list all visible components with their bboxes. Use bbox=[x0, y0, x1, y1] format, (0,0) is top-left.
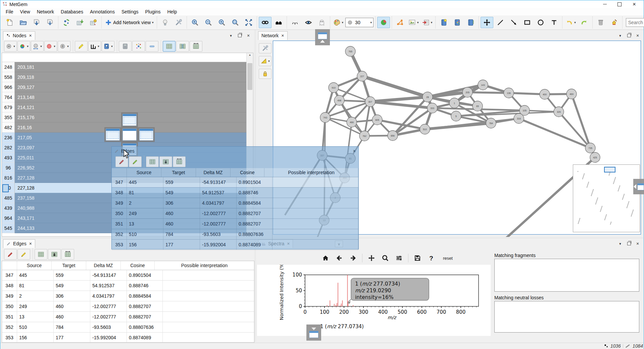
spectrum-plot[interactable]: 0100200300400500600700800050100Normalize… bbox=[257, 265, 491, 336]
mz-cell[interactable]: 214,121 bbox=[15, 102, 253, 112]
edges-table-row[interactable]: 353156177-15.9920040.8874089 bbox=[2, 333, 254, 343]
hide-items-button[interactable] bbox=[289, 17, 301, 28]
calculator-button[interactable] bbox=[119, 41, 132, 52]
row-header[interactable]: 493 bbox=[2, 153, 15, 163]
menu-settings[interactable]: Settings bbox=[118, 8, 142, 15]
column-header[interactable]: Target bbox=[52, 261, 86, 270]
mpl-back-button[interactable] bbox=[335, 253, 344, 263]
notebook-bulb-button[interactable] bbox=[437, 17, 450, 28]
matching-neutral-losses-box[interactable] bbox=[494, 301, 639, 333]
dash-blue-button[interactable] bbox=[146, 41, 158, 52]
panel-menu-button[interactable]: ▾ bbox=[228, 33, 234, 38]
mpl-help-button[interactable]: ? bbox=[427, 253, 436, 263]
column-header[interactable]: Delta MZ bbox=[196, 168, 231, 177]
draw-line-button[interactable] bbox=[494, 17, 507, 28]
row-header[interactable]: 50 bbox=[2, 183, 15, 193]
circle-minus-button[interactable]: ▾ bbox=[4, 41, 17, 52]
settings-tools-button[interactable] bbox=[259, 43, 271, 53]
add-network-view-button[interactable]: Add Network view▾ bbox=[103, 17, 155, 28]
trash-button[interactable] bbox=[594, 17, 607, 28]
color-palette-button[interactable]: ▾ bbox=[332, 17, 345, 28]
edges-table-row[interactable]: 352510784-93.56030.88807636 bbox=[112, 229, 358, 240]
table-arrow-down-button[interactable] bbox=[159, 156, 172, 167]
maximize-button[interactable] bbox=[612, 0, 627, 8]
close-button[interactable]: × bbox=[627, 0, 642, 8]
tab-close-icon[interactable]: × bbox=[29, 241, 32, 246]
row-header[interactable]: 482 bbox=[2, 122, 15, 133]
dock-target-center[interactable] bbox=[121, 127, 138, 142]
dock-target-right[interactable] bbox=[138, 127, 155, 142]
table-columns-button[interactable] bbox=[176, 41, 189, 52]
neighbors-button[interactable] bbox=[272, 17, 285, 28]
draw-ellipse-button[interactable] bbox=[534, 17, 547, 28]
search-input[interactable] bbox=[626, 18, 644, 27]
mpl-home-button[interactable] bbox=[321, 253, 330, 263]
row-header[interactable]: 764 bbox=[2, 92, 15, 102]
row-header[interactable]: 485 bbox=[2, 193, 15, 203]
matching-fragments-box[interactable] bbox=[494, 259, 639, 292]
menu-help[interactable]: Help bbox=[164, 8, 180, 15]
new-file-button[interactable] bbox=[3, 17, 16, 28]
redo-button[interactable] bbox=[578, 17, 591, 28]
column-header[interactable]: Possible interpretation bbox=[155, 261, 254, 270]
node-size-combo[interactable]: 30▾ bbox=[345, 18, 374, 27]
mpl-forward-button[interactable] bbox=[348, 253, 358, 263]
panel-menu-button[interactable]: ▾ bbox=[617, 241, 623, 246]
menu-file[interactable]: File bbox=[2, 8, 17, 15]
mpl-pan-button[interactable] bbox=[367, 253, 376, 263]
tab-nodes[interactable]: Nodes × bbox=[3, 31, 35, 40]
edges-table-row[interactable]: 350249460-12.0027770.8882707 bbox=[112, 208, 358, 219]
lock-button[interactable] bbox=[259, 69, 271, 79]
minimap-view-rect[interactable] bbox=[604, 167, 615, 172]
circle-solid-button[interactable]: ▾ bbox=[44, 41, 57, 52]
book-search-button[interactable]: ▾ bbox=[102, 41, 114, 52]
draw-rect-button[interactable] bbox=[521, 17, 534, 28]
row-header[interactable]: 248 bbox=[2, 62, 15, 72]
table-view-button[interactable] bbox=[35, 249, 47, 260]
lightbulb-button[interactable] bbox=[159, 17, 171, 28]
fullscreen-button[interactable] bbox=[242, 17, 255, 28]
edges-table-row[interactable]: 350249460-12.0027770.8882707 bbox=[2, 301, 254, 312]
circle-number-button[interactable]: 0▾ bbox=[58, 41, 70, 52]
pen-yellow-button[interactable] bbox=[17, 249, 30, 260]
column-header[interactable]: Cosine bbox=[231, 168, 264, 177]
refresh-network-button[interactable] bbox=[60, 17, 73, 28]
notebook-button[interactable] bbox=[464, 17, 477, 28]
export-report-button[interactable]: ▾ bbox=[421, 17, 434, 28]
mz-cell[interactable]: 209,127 bbox=[15, 82, 253, 92]
pen-green-button[interactable] bbox=[129, 156, 142, 167]
import-metadata-button[interactable] bbox=[73, 17, 86, 28]
table-fit-button[interactable] bbox=[173, 156, 186, 167]
edges-table[interactable]: SourceTargetDelta MZCosinePossible inter… bbox=[2, 261, 254, 343]
network-minimap[interactable] bbox=[573, 164, 640, 232]
draw-text-button[interactable] bbox=[548, 17, 560, 28]
row-header[interactable]: 355 bbox=[2, 112, 15, 122]
circle-size-button[interactable]: ▾ bbox=[31, 41, 44, 52]
row-header[interactable]: 679 bbox=[2, 102, 15, 112]
mpl-save-button[interactable] bbox=[413, 253, 422, 263]
pie-charts-button[interactable] bbox=[377, 17, 390, 28]
histogram-button[interactable]: ▾ bbox=[88, 41, 101, 52]
row-header[interactable]: 282 bbox=[2, 143, 15, 153]
link-nodes-button[interactable] bbox=[259, 17, 271, 28]
column-header[interactable]: Target bbox=[161, 168, 196, 177]
edges-table-row[interactable]: 3488154954.9125370.888746 bbox=[112, 188, 358, 198]
row-header[interactable]: 439 bbox=[2, 203, 15, 213]
floating-edges-table[interactable]: SourceTargetDelta MZCosinePossible inter… bbox=[112, 168, 358, 250]
notebook-network-button[interactable] bbox=[451, 17, 463, 28]
tab-close-icon[interactable]: × bbox=[281, 33, 284, 38]
edges-table-row[interactable]: 347445559-54.9131470.8901504 bbox=[2, 270, 254, 281]
ghost-items-button[interactable] bbox=[315, 17, 328, 28]
dock-target-left[interactable] bbox=[104, 127, 121, 142]
column-header[interactable]: Source bbox=[127, 168, 161, 177]
nodes-table-row[interactable]: 764213,148 bbox=[2, 92, 253, 102]
reset-button[interactable]: reset bbox=[440, 255, 455, 262]
circle-pie-button[interactable]: ▾ bbox=[17, 41, 30, 52]
menu-annotations[interactable]: Annotations bbox=[87, 8, 118, 15]
mz-cell[interactable]: 203,181 bbox=[15, 62, 253, 72]
pan-mode-button[interactable] bbox=[481, 17, 493, 28]
tab-close-icon[interactable]: × bbox=[28, 33, 32, 38]
row-header[interactable]: 816 bbox=[2, 173, 15, 183]
undo-button[interactable]: ▾ bbox=[564, 17, 577, 28]
nodes-table-row[interactable]: 966209,127 bbox=[2, 82, 253, 92]
